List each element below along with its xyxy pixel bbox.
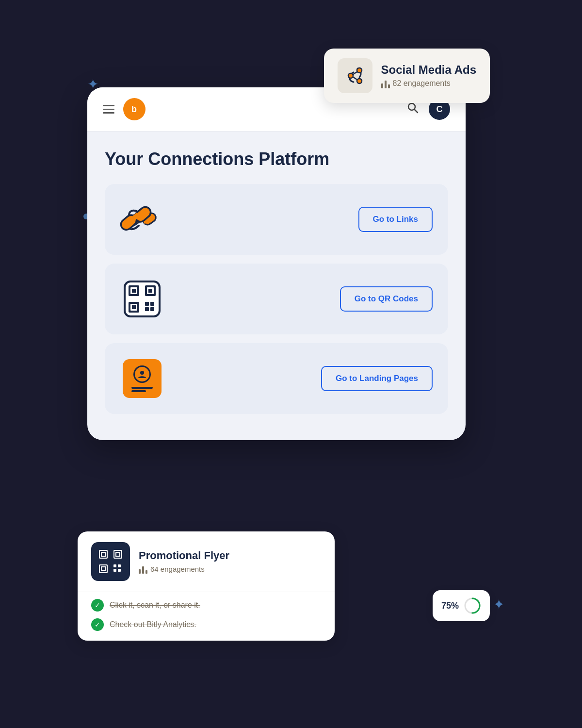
social-media-ads-card: Social Media Ads 82 engagements [324, 49, 490, 103]
check-item-1: ✓ Click it, scan it, or share it. [91, 599, 321, 612]
svg-rect-26 [145, 302, 149, 306]
svg-rect-42 [102, 567, 105, 570]
social-media-ads-info: Social Media Ads 82 engagements [381, 63, 477, 88]
social-media-ads-title: Social Media Ads [381, 63, 477, 77]
svg-point-0 [357, 68, 362, 73]
landing-pages-icon-wrap [120, 357, 164, 400]
promotional-flyer-engagements: 64 engagements [150, 565, 205, 573]
check-item-2: ✓ Check out Bitly Analytics. [91, 618, 321, 631]
social-media-ads-engagements: 82 engagements [393, 79, 451, 88]
check-label-1: Click it, scan it, or share it. [110, 601, 200, 610]
social-media-ads-meta: 82 engagements [381, 79, 477, 88]
check-label-2: Check out Bitly Analytics. [110, 620, 196, 629]
qr-codes-icon-wrap [120, 277, 164, 321]
check-icon-1: ✓ [91, 599, 104, 612]
svg-rect-44 [118, 564, 121, 567]
svg-rect-22 [148, 289, 152, 293]
main-content: Your Connections Platform [87, 132, 466, 440]
svg-rect-19 [132, 289, 136, 293]
app-logo: b [123, 98, 146, 120]
go-to-landing-pages-button[interactable]: Go to Landing Pages [321, 366, 433, 391]
engagement-bar-icon [139, 564, 147, 574]
progress-percentage: 75% [441, 601, 459, 611]
navbar-left: b [103, 98, 146, 120]
promotional-flyer-info: Promotional Flyer 64 engagements [139, 549, 229, 574]
bar-chart-icon [381, 79, 390, 88]
promotional-flyer-meta: 64 engagements [139, 564, 229, 574]
progress-indicator: 75% [433, 590, 490, 621]
social-media-ads-icon [338, 58, 372, 93]
svg-point-30 [140, 371, 144, 375]
search-button[interactable] [406, 101, 419, 117]
promotional-flyer-card: Promotional Flyer 64 engagements ✓ Click… [78, 531, 335, 641]
svg-rect-27 [150, 302, 154, 306]
sparkle-bottom-right: ✦ [493, 598, 504, 612]
main-app: b C Your Connections Platform [87, 87, 466, 440]
landing-pages-icon [123, 359, 162, 398]
scene: ✦ ✦ Social Media Ads [73, 49, 509, 679]
check-icon-2: ✓ [91, 618, 104, 631]
svg-rect-34 [102, 553, 105, 556]
svg-rect-28 [145, 307, 149, 311]
checklist: ✓ Click it, scan it, or share it. ✓ Chec… [78, 592, 335, 641]
links-feature-card: Go to Links [105, 184, 448, 255]
qr-codes-feature-card: Go to QR Codes [105, 264, 448, 334]
hamburger-menu[interactable] [103, 105, 114, 114]
svg-line-4 [353, 77, 357, 80]
svg-rect-43 [113, 564, 116, 567]
go-to-links-button[interactable]: Go to Links [358, 207, 433, 232]
svg-rect-25 [132, 305, 136, 309]
svg-text:b: b [131, 104, 137, 114]
svg-rect-29 [150, 307, 154, 311]
promotional-flyer-icon [91, 542, 130, 581]
promotional-flyer-title: Promotional Flyer [139, 549, 229, 562]
svg-rect-38 [116, 553, 119, 556]
svg-point-2 [357, 79, 362, 83]
page-title: Your Connections Platform [105, 149, 448, 169]
links-icon [114, 197, 157, 242]
landing-pages-feature-card: Go to Landing Pages [105, 343, 448, 414]
svg-line-8 [415, 110, 418, 113]
svg-point-1 [348, 73, 353, 78]
progress-circle [464, 597, 481, 614]
go-to-qr-codes-button[interactable]: Go to QR Codes [340, 286, 433, 312]
svg-rect-45 [113, 569, 116, 572]
svg-rect-46 [118, 569, 121, 572]
